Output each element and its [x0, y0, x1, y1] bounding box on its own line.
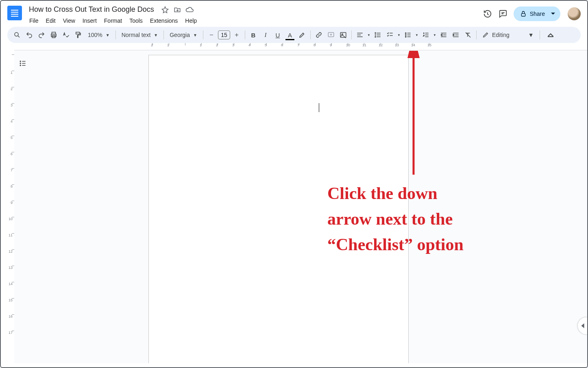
redo-button[interactable]: [36, 29, 47, 41]
checklist-button[interactable]: [384, 29, 396, 41]
add-comment-button[interactable]: [325, 29, 337, 41]
print-button[interactable]: [48, 29, 59, 41]
title-block: How to Cross Out Text in Google Docs Fil…: [26, 4, 200, 26]
spellcheck-button[interactable]: [60, 29, 72, 41]
document-canvas[interactable]: Click the down arrow next to the “Checkl…: [14, 50, 587, 363]
lock-icon: [520, 11, 527, 17]
share-label: Share: [530, 11, 545, 17]
editing-mode-label: Editing: [492, 32, 510, 38]
underline-button[interactable]: U: [272, 29, 283, 41]
search-button[interactable]: [11, 29, 23, 41]
toolbar: 100% ▼ Normal text ▼ Georgia ▼ B I U A ▼: [7, 27, 581, 43]
insert-image-button[interactable]: [338, 29, 349, 41]
bulleted-list-button[interactable]: [402, 29, 414, 41]
share-button[interactable]: Share: [514, 6, 560, 21]
docs-logo-icon[interactable]: [7, 6, 22, 20]
menu-file[interactable]: File: [26, 16, 42, 26]
svg-point-11: [405, 36, 406, 37]
menu-edit[interactable]: Edit: [43, 16, 59, 26]
font-size-input[interactable]: [218, 30, 230, 39]
zoom-value: 100%: [88, 32, 102, 38]
account-avatar[interactable]: [568, 7, 581, 20]
history-icon[interactable]: [483, 9, 492, 19]
svg-rect-7: [340, 32, 346, 37]
highlight-button[interactable]: [296, 29, 308, 41]
chevron-down-icon: ▼: [528, 32, 534, 38]
editing-mode-combo[interactable]: Editing ▼: [479, 32, 537, 38]
pencil-icon: [482, 32, 489, 38]
document-outline-button[interactable]: [17, 58, 28, 69]
menu-format[interactable]: Format: [101, 16, 125, 26]
chevron-down-icon: ▼: [154, 33, 158, 37]
decrease-indent-button[interactable]: [438, 29, 449, 41]
menu-bar: File Edit View Insert Format Tools Exten…: [26, 16, 200, 26]
svg-point-14: [20, 63, 21, 64]
svg-point-9: [405, 32, 406, 33]
clear-formatting-button[interactable]: [462, 29, 474, 41]
side-panel-toggle[interactable]: [577, 317, 587, 335]
chevron-down-icon: ▼: [193, 33, 197, 37]
comments-icon[interactable]: [498, 9, 508, 19]
svg-point-13: [20, 61, 21, 62]
font-value: Georgia: [170, 32, 190, 38]
italic-button[interactable]: I: [260, 29, 271, 41]
menu-extensions[interactable]: Extensions: [147, 16, 181, 26]
svg-rect-0: [521, 13, 525, 16]
paragraph-style-combo[interactable]: Normal text ▼: [118, 32, 161, 38]
title-bar: How to Cross Out Text in Google Docs Fil…: [1, 1, 587, 27]
header-right: Share: [483, 6, 581, 21]
svg-point-15: [20, 65, 21, 66]
paint-format-button[interactable]: [72, 29, 84, 41]
increase-indent-button[interactable]: [450, 29, 462, 41]
style-value: Normal text: [122, 32, 151, 38]
insert-link-button[interactable]: [313, 29, 324, 41]
vertical-ruler[interactable]: 1234567891011121314151617: [1, 50, 14, 363]
text-cursor: [319, 103, 319, 112]
align-dropdown[interactable]: ▼: [366, 29, 371, 41]
align-button[interactable]: [354, 29, 366, 41]
annotation-text: Click the down arrow next to the “Checkl…: [327, 181, 478, 258]
checklist-dropdown[interactable]: ▼: [396, 29, 401, 41]
line-spacing-button[interactable]: [372, 29, 383, 41]
move-icon[interactable]: [173, 6, 181, 14]
decrease-font-button[interactable]: [206, 29, 217, 41]
menu-insert[interactable]: Insert: [79, 16, 100, 26]
star-icon[interactable]: [161, 6, 169, 14]
svg-point-1: [15, 32, 18, 36]
menu-help[interactable]: Help: [182, 16, 200, 26]
menu-view[interactable]: View: [60, 16, 78, 26]
chevron-down-icon: ▼: [106, 33, 110, 37]
numbered-list-button[interactable]: [420, 29, 431, 41]
text-color-button[interactable]: A: [284, 29, 296, 41]
increase-font-button[interactable]: [231, 29, 242, 41]
font-combo[interactable]: Georgia ▼: [166, 32, 200, 38]
collapse-toolbar-button[interactable]: [545, 29, 556, 41]
share-dropdown[interactable]: [548, 6, 558, 21]
cloud-status-icon[interactable]: [185, 6, 194, 14]
document-title-input[interactable]: How to Cross Out Text in Google Docs: [26, 4, 157, 15]
svg-rect-5: [76, 32, 80, 34]
numbered-list-dropdown[interactable]: ▼: [432, 29, 437, 41]
svg-point-10: [405, 35, 406, 35]
bold-button[interactable]: B: [248, 29, 259, 41]
horizontal-ruler[interactable]: 21123456789101112131415: [1, 43, 587, 50]
undo-button[interactable]: [24, 29, 35, 41]
menu-tools[interactable]: Tools: [126, 16, 146, 26]
bulleted-list-dropdown[interactable]: ▼: [414, 29, 419, 41]
zoom-combo[interactable]: 100% ▼: [85, 32, 113, 38]
